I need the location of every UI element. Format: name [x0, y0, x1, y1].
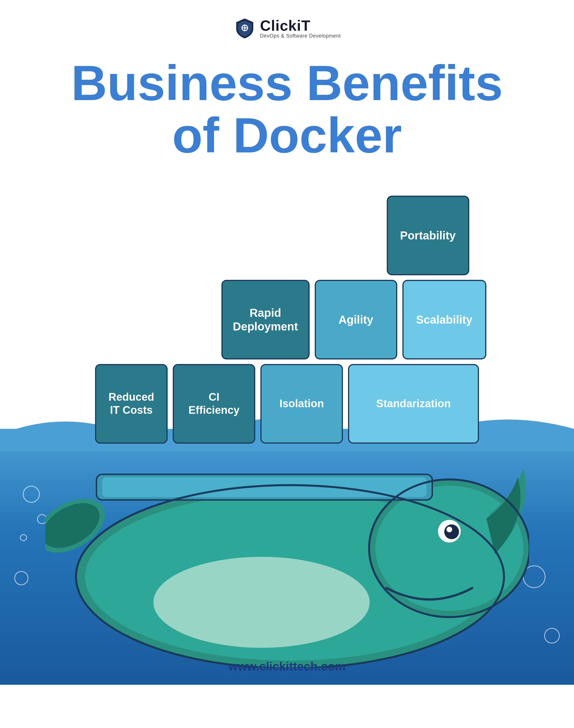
box-scalability: Scalability	[402, 280, 486, 359]
bubble-4	[14, 571, 29, 585]
logo-text-group: ClickiT DevOps & Software Development	[260, 18, 341, 39]
infographic-section: Portability Rapid Deployment Agility Sca…	[0, 173, 574, 685]
logo-container: ClickiT DevOps & Software Development	[233, 17, 341, 40]
box-row-2: Rapid Deployment Agility Scalability	[88, 280, 486, 359]
box-row-1: Portability	[88, 196, 486, 275]
box-portability: Portability	[387, 196, 469, 275]
bubble-9	[544, 628, 560, 643]
box-ci-efficiency: CI Efficiency	[173, 364, 255, 444]
containers-stack: Portability Rapid Deployment Agility Sca…	[88, 196, 486, 444]
footer-url: www.clickittech.com	[229, 660, 346, 673]
header: ClickiT DevOps & Software Development	[0, 0, 574, 46]
main-title-line1: Business Benefits	[23, 57, 551, 109]
page: ClickiT DevOps & Software Development Bu…	[0, 0, 574, 728]
box-isolation: Isolation	[260, 364, 343, 444]
bubble-1	[23, 486, 40, 503]
logo-subtitle: DevOps & Software Development	[260, 33, 341, 39]
box-row-3: Reduced IT Costs CI Efficiency Isolation…	[88, 364, 486, 444]
svg-point-9	[444, 525, 459, 539]
main-title-line2: of Docker	[23, 109, 551, 162]
box-standarization: Standarization	[348, 364, 479, 444]
box-rapid-deployment: Rapid Deployment	[221, 280, 310, 359]
logo-title: ClickiT	[260, 18, 341, 33]
svg-point-10	[447, 527, 452, 532]
main-title: Business Benefits of Docker	[0, 46, 574, 167]
bubble-3	[20, 534, 27, 541]
logo-shield-icon	[233, 17, 256, 40]
box-reduced-it-costs: Reduced IT Costs	[95, 364, 168, 444]
svg-point-5	[153, 557, 370, 648]
box-agility: Agility	[315, 280, 397, 359]
